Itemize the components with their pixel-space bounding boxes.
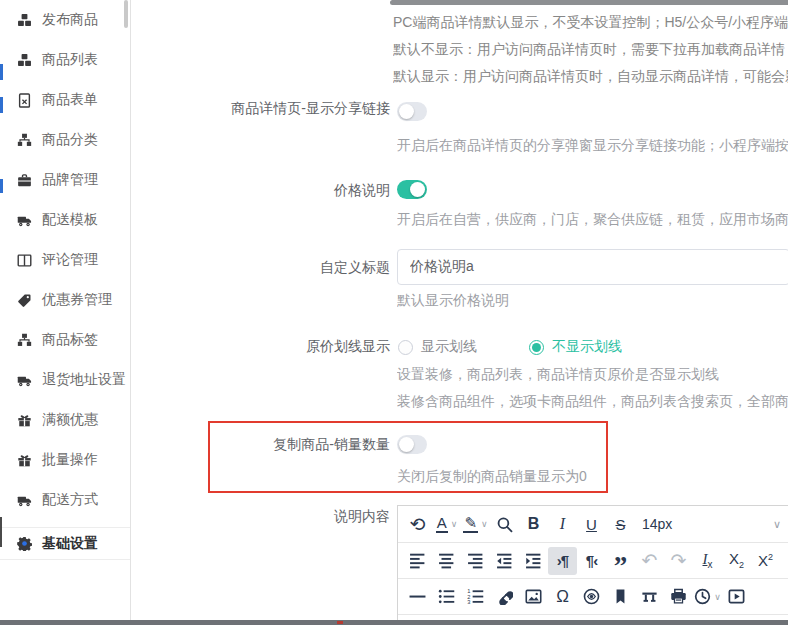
editor-toolbar-row-1: ⟲A∨✎∨BIUS14px∨ — [398, 506, 788, 543]
bookmark-button[interactable] — [606, 583, 635, 611]
superscript-button[interactable]: X2 — [751, 547, 780, 575]
bullet-list-icon — [438, 588, 455, 605]
sidebar-item-评论管理[interactable]: 评论管理 — [0, 240, 130, 280]
edge-artifact — [0, 179, 3, 193]
sidebar-item-优惠券管理[interactable]: 优惠券管理 — [0, 280, 130, 320]
sidebar-item-label: 发布商品 — [42, 11, 98, 29]
ltr-icon: ›¶ — [557, 553, 568, 568]
rtl-icon: ¶‹ — [586, 553, 597, 568]
bold-icon: B — [528, 516, 540, 532]
chevron-down-icon: ∨ — [714, 592, 721, 602]
strikethrough-helper-1: 设置装修，商品列表，商品详情页原价是否显示划线 — [397, 366, 788, 384]
copy-sales-toggle[interactable] — [397, 435, 427, 454]
align-right-button[interactable] — [461, 547, 490, 575]
bullet-list-button[interactable] — [432, 583, 461, 611]
edge-artifact — [0, 64, 3, 80]
highlight-button[interactable]: ✎∨ — [461, 510, 490, 538]
outdent-icon — [496, 552, 513, 569]
history-button[interactable]: ⟲ — [403, 510, 432, 538]
horizontal-scrollbar-thumb[interactable] — [390, 0, 788, 5]
rich-text-editor: ⟲A∨✎∨BIUS14px∨ ›¶¶‹”↶↷IxX2X2 123Ω∨ — [397, 505, 788, 625]
redo-button[interactable]: ↷ — [664, 547, 693, 575]
font-color-button[interactable]: A∨ — [432, 510, 461, 538]
media-button[interactable] — [722, 583, 751, 611]
editor-toolbar-row-3: 123Ω∨ — [398, 579, 788, 615]
sidebar-menu: 发布商品商品列表商品表单商品分类品牌管理配送模板评论管理优惠券管理商品标签退货地… — [0, 0, 130, 560]
sidebar-item-退货地址设置[interactable]: 退货地址设置 — [0, 360, 130, 400]
sidebar-item-商品分类[interactable]: 商品分类 — [0, 120, 130, 160]
ordered-list-button[interactable]: 123 — [461, 583, 490, 611]
indent-icon — [525, 552, 542, 569]
sidebar-item-label: 商品表单 — [42, 91, 98, 109]
radio-hide-strikethrough-label[interactable]: 不显示划线 — [552, 338, 622, 356]
sidebar-item-label: 配送方式 — [42, 491, 98, 509]
sidebar-item-批量操作[interactable]: 批量操作 — [0, 440, 130, 480]
cubes-icon — [17, 53, 32, 68]
font-size-value: 14px — [642, 516, 672, 532]
sidebar-item-配送模板[interactable]: 配送模板 — [0, 200, 130, 240]
print-button[interactable] — [664, 583, 693, 611]
indent-button[interactable] — [519, 547, 548, 575]
sidebar-item-label: 配送模板 — [42, 211, 98, 229]
rtl-button[interactable]: ¶‹ — [577, 547, 606, 575]
preview-button[interactable] — [577, 583, 606, 611]
search-button[interactable] — [490, 510, 519, 538]
horizontal-rule-button[interactable] — [403, 583, 432, 611]
ltr-button[interactable]: ›¶ — [548, 547, 577, 575]
clear-format-icon: Ix — [703, 551, 713, 570]
bookmark-icon — [612, 588, 629, 605]
link-button[interactable] — [490, 583, 519, 611]
sidebar-item-发布商品[interactable]: 发布商品 — [0, 0, 130, 40]
gift-icon — [17, 413, 32, 428]
special-char-button[interactable]: Ω — [548, 583, 577, 611]
sidebar-item-品牌管理[interactable]: 品牌管理 — [0, 160, 130, 200]
insert-time-button[interactable]: ∨ — [693, 583, 722, 611]
chevron-down-icon: ∨ — [773, 518, 781, 531]
price-note-toggle[interactable] — [397, 180, 427, 199]
sidebar-item-配送方式[interactable]: 配送方式 — [0, 480, 130, 520]
font-size-button[interactable]: 14px∨ — [635, 510, 784, 538]
strikethrough-radio-group: 显示划线 不显示划线 — [398, 338, 622, 356]
briefcase-icon — [17, 173, 32, 188]
sidebar-item-label: 商品分类 — [42, 131, 98, 149]
subscript-button[interactable]: X2 — [722, 547, 751, 575]
redo-icon: ↷ — [671, 551, 687, 570]
underline-button[interactable]: U — [577, 510, 606, 538]
custom-title-helper: 默认显示价格说明 — [397, 292, 788, 310]
sidebar-scrollbar-thumb[interactable] — [124, 0, 128, 28]
align-left-icon — [409, 552, 426, 569]
gear-icon — [17, 536, 32, 551]
sitemap-icon — [17, 133, 32, 148]
italic-button[interactable]: I — [548, 510, 577, 538]
radio-hide-strikethrough[interactable] — [529, 340, 544, 355]
undo-icon: ↶ — [642, 551, 658, 570]
outdent-button[interactable] — [490, 547, 519, 575]
align-left-button[interactable] — [403, 547, 432, 575]
sidebar-item-满额优惠[interactable]: 满额优惠 — [0, 400, 130, 440]
gift-icon — [17, 453, 32, 468]
truck-icon — [17, 493, 32, 508]
print-icon — [670, 588, 687, 605]
image-button[interactable] — [519, 583, 548, 611]
radio-show-strikethrough[interactable] — [398, 340, 413, 355]
sidebar-item-基础设置[interactable]: 基础设置 — [0, 528, 130, 559]
bold-button[interactable]: B — [519, 510, 548, 538]
page-break-button[interactable] — [635, 583, 664, 611]
sidebar-item-商品表单[interactable]: 商品表单 — [0, 80, 130, 120]
search-icon — [496, 516, 513, 533]
sidebar-item-商品标签[interactable]: 商品标签 — [0, 320, 130, 360]
align-center-button[interactable] — [432, 547, 461, 575]
share-link-toggle[interactable] — [397, 102, 427, 121]
undo-button[interactable]: ↶ — [635, 547, 664, 575]
radio-show-strikethrough-label[interactable]: 显示划线 — [421, 338, 477, 356]
copy-sales-helper: 关闭后复制的商品销量显示为0 — [397, 468, 788, 486]
strikethrough-button[interactable]: S — [606, 510, 635, 538]
custom-title-input[interactable] — [397, 249, 788, 285]
sidebar-item-商品列表[interactable]: 商品列表 — [0, 40, 130, 80]
sidebar-item-label: 优惠券管理 — [42, 291, 112, 309]
chevron-down-icon: ∨ — [481, 519, 488, 529]
clear-format-button[interactable]: Ix — [693, 547, 722, 575]
share-link-helper: 开启后在商品详情页的分享弹窗显示分享链接功能；小程序端按本设置控制 — [397, 137, 788, 155]
media-icon — [728, 588, 745, 605]
blockquote-button[interactable]: ” — [606, 547, 635, 575]
